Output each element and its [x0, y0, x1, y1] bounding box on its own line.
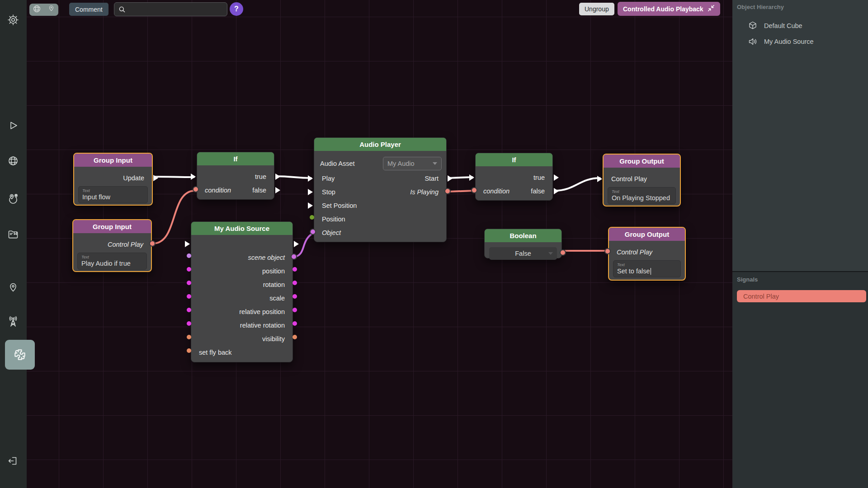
play-icon[interactable] [6, 118, 20, 133]
left-sidebar [0, 0, 27, 488]
scene-object-in-port[interactable] [187, 253, 191, 258]
location-pin-icon[interactable] [6, 281, 20, 295]
assets-folder-icon[interactable] [6, 227, 20, 242]
visibility-in-port[interactable] [187, 335, 191, 339]
view-mode-toggle[interactable] [29, 4, 58, 16]
exec-in-port[interactable] [597, 176, 602, 182]
start-out-port[interactable] [448, 175, 453, 182]
relative-position-out-port[interactable] [292, 308, 297, 312]
edge-update-to-if1[interactable] [154, 177, 194, 177]
node-my-audio-source[interactable]: My Audio Source scene object position ro… [191, 221, 293, 362]
help-button[interactable]: ? [230, 2, 243, 16]
text-field-text: Set to false [617, 267, 650, 275]
port-label-control-play: Control Play [108, 241, 143, 248]
node-title: If [476, 153, 552, 166]
exec-in-port[interactable] [469, 174, 474, 181]
play-in-port[interactable] [308, 175, 313, 182]
search-input[interactable] [129, 6, 223, 13]
comment-button[interactable]: Comment [69, 3, 108, 16]
visibility-out-port[interactable] [292, 335, 297, 339]
hierarchy-item-label: Default Cube [764, 22, 802, 29]
exec-out-port[interactable] [294, 241, 299, 247]
node-group-input-1[interactable]: Group Input Update Text Input flow [73, 153, 153, 206]
text-field-value[interactable]: Input flow [82, 193, 144, 201]
text-field[interactable]: Text Input flow [78, 186, 148, 203]
exec-out-false-port[interactable] [554, 188, 559, 194]
signal-item-control-play[interactable]: Control Play [737, 290, 866, 302]
exec-out-true-port[interactable] [554, 174, 559, 181]
port-label-true: true [533, 174, 545, 181]
rotation-in-port[interactable] [187, 281, 191, 285]
hierarchy-item-my-audio-source[interactable]: My Audio Source [737, 33, 866, 49]
object-hierarchy-panel: Object Hierarchy Default Cube My Audio S… [732, 0, 868, 271]
group-name-button[interactable]: Controlled Audio Playback [618, 2, 720, 16]
node-if-2[interactable]: If true condition false [475, 153, 553, 201]
text-field[interactable]: Text On Playing Stopped [608, 187, 676, 204]
port-label-condition: condition [205, 187, 231, 194]
hierarchy-item-default-cube[interactable]: Default Cube [737, 18, 866, 33]
relative-position-in-port[interactable] [187, 308, 191, 312]
settings-icon[interactable] [6, 13, 20, 27]
chevron-down-icon [433, 162, 437, 165]
port-label-control-play: Control Play [611, 175, 647, 183]
exec-in-port[interactable] [191, 174, 196, 180]
text-cursor [651, 268, 651, 275]
globe-icon[interactable] [6, 154, 20, 168]
port-label-false: false [531, 188, 545, 195]
boolean-value-dropdown[interactable]: False [489, 247, 557, 260]
scene-object-out-port[interactable] [291, 253, 297, 260]
relative-rotation-out-port[interactable] [292, 321, 297, 326]
set-position-in-port[interactable] [308, 202, 313, 209]
signal-out-port[interactable] [149, 240, 156, 247]
node-group-output-2[interactable]: Group Output Control Play Text Set to fa… [608, 227, 686, 281]
environment-pins-icon[interactable] [6, 192, 20, 206]
broadcast-antenna-icon[interactable] [6, 314, 20, 329]
text-field[interactable]: Text Set to false [613, 260, 681, 277]
object-in-port[interactable] [310, 229, 316, 235]
text-field-value[interactable]: On Playing Stopped [612, 194, 672, 202]
relative-rotation-in-port[interactable] [187, 321, 191, 326]
node-title-text: If [512, 156, 516, 164]
logic-blocks-tab-active[interactable] [5, 340, 35, 370]
node-boolean[interactable]: Boolean False [484, 229, 562, 258]
is-playing-out-port[interactable] [444, 188, 451, 194]
exec-in-port[interactable] [185, 241, 190, 247]
node-group-output-1[interactable]: Group Output Control Play Text On Playin… [603, 154, 681, 206]
exit-icon[interactable] [6, 454, 20, 468]
stop-in-port[interactable] [308, 189, 313, 195]
globe-view-icon[interactable] [32, 4, 42, 15]
position-out-port[interactable] [292, 267, 297, 272]
exec-out-port[interactable] [153, 175, 158, 181]
text-field-label: Text [612, 189, 672, 194]
search-box[interactable] [114, 2, 227, 16]
rotation-out-port[interactable] [292, 281, 297, 285]
port-label-start: Start [425, 175, 439, 182]
boolean-out-port[interactable] [560, 249, 566, 256]
signal-in-port[interactable] [604, 248, 611, 254]
audio-asset-dropdown[interactable]: My Audio [383, 157, 442, 170]
node-audio-player[interactable]: Audio Player Audio Asset My Audio Play S… [314, 137, 447, 242]
exec-out-true-port[interactable] [275, 174, 280, 180]
node-group-input-2[interactable]: Group Input Control Play Text Play Audio… [72, 219, 152, 272]
edge-isplaying-to-if2-condition[interactable] [448, 191, 474, 192]
text-field-value[interactable]: Play Audio if true [81, 260, 143, 267]
condition-in-port[interactable] [471, 187, 477, 193]
ungroup-button[interactable]: Ungroup [579, 3, 614, 15]
port-label-set-position: Set Position [322, 202, 357, 209]
node-if-1[interactable]: If true condition false [197, 152, 274, 200]
puzzle-icon [11, 346, 28, 363]
position-in-port[interactable] [187, 267, 191, 272]
scale-in-port[interactable] [187, 294, 191, 299]
scale-out-port[interactable] [292, 294, 297, 299]
position-in-port[interactable] [310, 215, 314, 220]
port-label-update: Update [123, 174, 144, 182]
text-field-value[interactable]: Set to false [617, 267, 677, 275]
exec-out-false-port[interactable] [275, 187, 280, 193]
node-title: Group Input [73, 220, 151, 233]
text-field[interactable]: Text Play Audio if true [77, 253, 147, 270]
set-fly-back-in-port[interactable] [187, 348, 191, 353]
condition-in-port[interactable] [193, 186, 199, 192]
pin-view-icon[interactable] [47, 5, 56, 15]
node-title-text: Group Output [625, 230, 669, 238]
port-label-false: false [252, 187, 266, 194]
